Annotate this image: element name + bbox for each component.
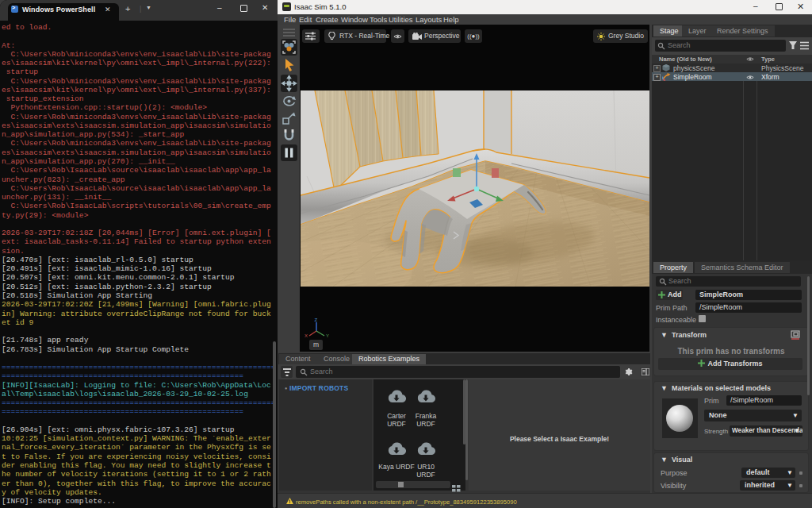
svg-text:X: X xyxy=(304,333,308,338)
svg-text:Z: Z xyxy=(315,318,318,322)
svg-text:Y: Y xyxy=(326,333,329,338)
